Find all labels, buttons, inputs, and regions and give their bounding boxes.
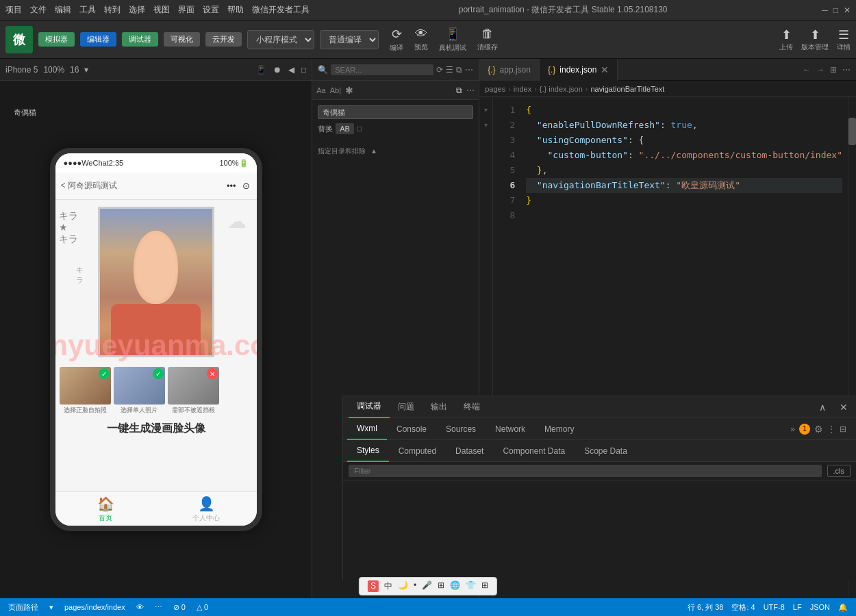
bc-pages[interactable]: pages (485, 85, 505, 93)
simulator-btn[interactable]: 模拟器 (38, 32, 75, 47)
version-group[interactable]: ⬆ 版本管理 (801, 27, 829, 52)
dbg-tab-issues[interactable]: 问题 (390, 396, 423, 418)
compile-select[interactable]: 普通编译 (320, 30, 379, 49)
nav-dots[interactable]: ••• ⊙ (227, 181, 250, 191)
menu-project[interactable]: 项目 (5, 4, 22, 16)
scrollbar-thumb[interactable] (848, 118, 856, 145)
sim-forward-icon[interactable]: □ (301, 65, 306, 75)
menu-select[interactable]: 选择 (129, 4, 145, 16)
detail-group[interactable]: ☰ 详情 (837, 27, 851, 52)
dbg-collapse-btn[interactable]: ∧ (816, 400, 829, 414)
panel-tab-network[interactable]: Network (486, 418, 535, 440)
replace-option-ab[interactable]: AB (336, 123, 354, 134)
nav-forward-icon[interactable]: → (816, 65, 824, 75)
tab-home[interactable]: 🏠 首页 (55, 496, 156, 523)
menu-goto[interactable]: 转到 (104, 4, 121, 16)
nav-back-icon[interactable]: ← (803, 65, 811, 75)
case-icon[interactable]: Aa (316, 86, 325, 94)
preview-icon[interactable]: 👁 (415, 27, 427, 41)
panel-tab-sources[interactable]: Sources (436, 418, 486, 440)
fold-3[interactable]: ▾ (484, 118, 488, 133)
sub-tab-component-data[interactable]: Component Data (493, 440, 575, 462)
panel-tab-console[interactable]: Console (387, 418, 436, 440)
fold-1[interactable]: ▾ (484, 103, 488, 118)
settings-icon[interactable]: ⚙ (814, 424, 823, 435)
bell-icon[interactable]: 🔔 (838, 603, 848, 612)
split-icon[interactable]: ⊞ (830, 65, 837, 75)
kebab-icon[interactable]: ⋮ (827, 424, 835, 434)
sim-record-icon[interactable]: ⏺ (273, 65, 281, 75)
menu-wechat-devtools[interactable]: 微信开发者工具 (252, 4, 310, 16)
thumb-1[interactable]: ✓ 选择正脸自拍照 (60, 367, 111, 415)
more-icon[interactable]: ⋯ (465, 65, 473, 75)
menu-settings[interactable]: 设置 (203, 4, 219, 16)
clear-icon[interactable]: 🗑 (481, 27, 494, 41)
cloud-btn[interactable]: 云开发 (205, 32, 242, 47)
visible-btn[interactable]: 可视化 (164, 32, 200, 47)
upload-group[interactable]: ⬆ 上传 (779, 27, 793, 52)
back-button[interactable]: < 阿奇源码测试 (61, 180, 117, 192)
dbg-tab-debugger[interactable]: 调试器 (349, 396, 390, 418)
menu-interface[interactable]: 界面 (178, 4, 194, 16)
dir-hint[interactable]: 指定目录和排除 ▲ (312, 144, 479, 159)
panel-tab-wxml[interactable]: Wxml (347, 418, 387, 440)
collapse-icon[interactable]: ⧉ (456, 86, 462, 95)
sub-tab-styles[interactable]: Styles (347, 440, 389, 462)
expand-icon[interactable]: ▲ (370, 147, 377, 155)
menu-help[interactable]: 帮助 (227, 4, 244, 16)
panel-tab-memory[interactable]: Memory (535, 418, 583, 440)
tab-app-json[interactable]: {.} app.json (479, 59, 540, 81)
sim-phone-icon[interactable]: 📱 (256, 65, 266, 75)
dock-icon[interactable]: ⊟ (840, 424, 846, 434)
sub-tab-scope-data[interactable]: Scope Data (575, 440, 637, 462)
dropdown-icon[interactable]: ▾ (84, 65, 88, 75)
cls-button[interactable]: .cls (827, 465, 851, 477)
search-input[interactable] (331, 64, 433, 75)
more-editor-icon[interactable]: ⋯ (842, 65, 851, 75)
ime-apps[interactable]: ⊞ (481, 580, 488, 592)
mode-select[interactable]: 小程序模式 (247, 30, 314, 49)
ime-mic[interactable]: 🎤 (422, 580, 432, 592)
sub-tab-computed[interactable]: Computed (389, 440, 446, 462)
filter-input[interactable] (349, 465, 822, 477)
eye-icon[interactable]: 👁 (136, 603, 144, 611)
refresh-icon[interactable]: ⟳ (436, 65, 443, 75)
path-dropdown-icon[interactable]: ▾ (49, 603, 53, 612)
thumb-3[interactable]: ✕ 需部不被遮挡根 (168, 367, 219, 415)
ime-s[interactable]: S (368, 580, 379, 592)
replace-option-icon[interactable]: □ (357, 124, 362, 133)
menu-tools[interactable]: 工具 (79, 4, 96, 16)
regex-icon[interactable]: Ab| (330, 86, 341, 94)
tab-profile[interactable]: 👤 个人中心 (156, 496, 257, 523)
more2-icon[interactable]: ⋯ (466, 86, 475, 95)
more-status-icon[interactable]: ⋯ (155, 603, 162, 612)
realtest-icon[interactable]: 📱 (445, 27, 460, 42)
dbg-close-btn[interactable]: ✕ (837, 400, 851, 414)
sim-back-icon[interactable]: ◀ (288, 65, 294, 75)
ime-dot[interactable]: • (414, 580, 416, 592)
tab-close-icon[interactable]: ✕ (601, 64, 609, 75)
editor-btn[interactable]: 编辑器 (80, 32, 116, 47)
bc-file[interactable]: {.} index.json (540, 85, 583, 93)
thumb-2[interactable]: ✓ 选择单人照片 (114, 367, 165, 415)
window-minimize[interactable]: ─ (822, 5, 828, 15)
dbg-tab-output[interactable]: 输出 (423, 396, 455, 418)
find-input[interactable] (318, 105, 473, 119)
menu-file[interactable]: 文件 (30, 4, 47, 16)
menu-edit[interactable]: 编辑 (55, 4, 71, 16)
ime-shirt[interactable]: 👕 (466, 580, 476, 592)
window-close[interactable]: ✕ (844, 5, 851, 15)
debugger-btn[interactable]: 调试器 (122, 32, 158, 47)
window-maximize[interactable]: □ (833, 5, 838, 15)
menu-bar[interactable]: 项目 文件 编辑 工具 转到 选择 视图 界面 设置 帮助 微信开发者工具 (5, 4, 310, 16)
list-icon[interactable]: ☰ (446, 65, 453, 75)
ime-globe[interactable]: 🌐 (450, 580, 460, 592)
compile-icon[interactable]: ⟳ (392, 27, 402, 42)
ime-grid[interactable]: ⊞ (438, 580, 444, 592)
filter-icon[interactable]: ✱ (345, 85, 353, 96)
menu-view[interactable]: 视图 (153, 4, 170, 16)
bc-active-key[interactable]: navigationBarTitleText (591, 85, 665, 93)
tab-index-json[interactable]: {.} index.json ✕ (540, 59, 618, 81)
copy-icon[interactable]: ⧉ (456, 65, 462, 75)
ime-zh[interactable]: 中 (384, 580, 392, 592)
